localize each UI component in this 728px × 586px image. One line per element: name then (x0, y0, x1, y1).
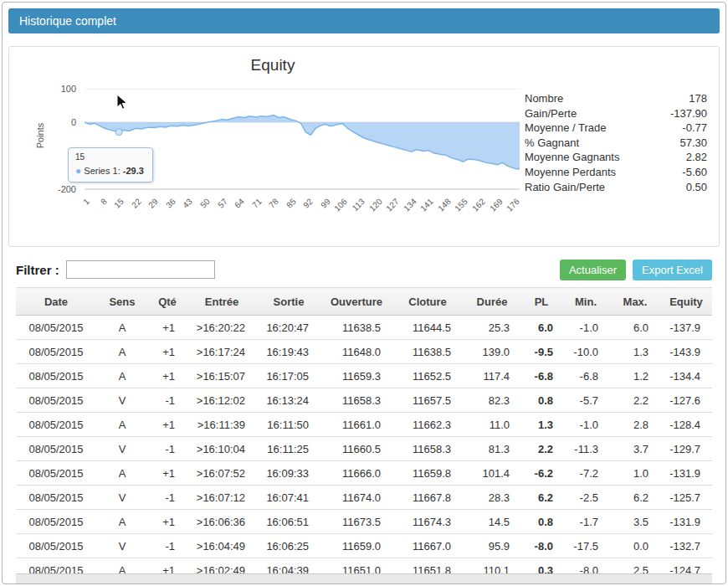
table-cell: 1.0 (610, 461, 660, 486)
x-tick-label: 43 (172, 197, 194, 218)
table-cell: A (96, 510, 148, 534)
stat-row: Nombre178 (525, 91, 707, 106)
column-header[interactable]: Durée (463, 288, 521, 316)
table-cell: -8.0 (521, 534, 561, 558)
table-cell: -7.2 (561, 461, 610, 486)
column-header[interactable]: Min. (561, 288, 610, 316)
column-header[interactable]: PL (521, 288, 561, 316)
stat-label: Moyenne Perdants (525, 165, 616, 180)
x-tick-label: 57 (207, 197, 228, 218)
x-tick-label: 176 (500, 197, 521, 218)
stats-panel: Nombre178Gain/Perte-137.90Moyenne / Trad… (525, 91, 707, 194)
tooltip-series-line: ● Series 1: -29.3 (75, 165, 144, 177)
stat-value: 57.30 (679, 136, 707, 151)
table-cell: >16:20:22 (187, 316, 257, 340)
table-cell: 08/05/2015 (16, 486, 96, 510)
table-cell: 11674.3 (392, 510, 463, 534)
stat-row: Moyenne / Trade-0.77 (525, 121, 707, 136)
x-tick-label: 162 (465, 197, 487, 218)
table-cell: >16:11:39 (187, 413, 257, 437)
table-cell: -6.8 (561, 364, 610, 388)
x-tick-label: 64 (224, 197, 246, 218)
table-cell: A (96, 364, 148, 388)
x-tick-label: 8 (86, 197, 108, 218)
table-cell: 08/05/2015 (16, 461, 96, 486)
table-cell: 6.0 (521, 316, 561, 340)
table-cell: -131.9 (660, 510, 712, 534)
table-cell: 16:06:25 (257, 534, 320, 558)
table-cell: 11666.0 (320, 461, 392, 486)
y-tick-label: 0 (49, 117, 76, 127)
column-header[interactable]: Entrée (187, 288, 257, 316)
table-cell: 11659.0 (320, 534, 392, 558)
column-header[interactable]: Cloture (392, 288, 463, 316)
table-cell: 2.2 (610, 388, 660, 413)
table-cell: 139.0 (463, 340, 521, 364)
table-cell: -9.5 (521, 340, 561, 364)
stat-value: 178 (689, 91, 707, 106)
table-cell: 11661.0 (320, 413, 392, 437)
export-excel-button[interactable]: Export Excel (633, 260, 712, 280)
table-cell: 11674.0 (320, 486, 392, 510)
stat-label: Gain/Perte (525, 106, 577, 121)
y-axis-label: Points (35, 123, 45, 149)
table-cell: 3.7 (610, 437, 660, 461)
table-cell: 16:20:47 (257, 316, 320, 340)
column-header[interactable]: Sens (96, 288, 148, 316)
x-tick-label: 113 (345, 197, 367, 218)
table-cell: -125.7 (660, 486, 712, 510)
table-cell: >16:07:12 (187, 486, 257, 510)
table-cell: 16:17:05 (257, 364, 320, 388)
column-header[interactable]: Ouverture (320, 288, 392, 316)
table-cell: A (96, 340, 148, 364)
table-cell: V (96, 486, 148, 510)
stat-value: -5.60 (682, 165, 707, 180)
table-cell: 95.9 (463, 534, 521, 558)
table-cell: +1 (148, 340, 187, 364)
chart-tooltip: 15 ● Series 1: -29.3 (68, 147, 153, 182)
table-cell: -1.0 (561, 413, 610, 437)
table-cell: -1 (148, 388, 187, 413)
table-cell: 11638.5 (320, 316, 392, 340)
table-cell: 08/05/2015 (16, 510, 96, 534)
table-cell: >16:17:24 (187, 340, 257, 364)
table-cell: 2.2 (521, 437, 561, 461)
table-cell: 08/05/2015 (16, 534, 96, 558)
table-cell: -127.6 (660, 388, 712, 413)
table-cell: 6.2 (521, 486, 561, 510)
table-cell: 1.3 (610, 340, 660, 364)
table-cell: 16:13:24 (257, 388, 320, 413)
column-header[interactable]: Date (16, 288, 96, 316)
window-title: Historique complet (8, 8, 720, 33)
column-header[interactable]: Qté (148, 288, 187, 316)
table-cell: 11658.3 (392, 437, 463, 461)
table-row: 08/05/2015V-1>16:07:1216:07:4111674.0116… (16, 486, 712, 510)
table-cell: -10.0 (561, 340, 610, 364)
x-tick-label: 134 (396, 197, 418, 218)
x-tick-label: 36 (155, 197, 177, 218)
table-cell: 28.3 (463, 486, 521, 510)
column-header[interactable]: Max. (610, 288, 660, 316)
table-cell: -6.8 (521, 364, 561, 388)
refresh-button[interactable]: Actualiser (560, 260, 626, 280)
table-cell: 3.5 (610, 510, 660, 534)
column-header[interactable]: Sortie (257, 288, 320, 316)
table-cell: 16:07:41 (257, 486, 320, 510)
table-cell: 6.2 (610, 486, 660, 510)
stat-row: % Gagnant57.30 (525, 136, 707, 151)
stat-row: Moyenne Perdants-5.60 (525, 165, 707, 180)
equity-chart-panel: Equity Points 1000-200 18152229364350576… (8, 46, 720, 247)
table-cell: 11667.0 (392, 534, 463, 558)
table-cell: 82.3 (463, 388, 521, 413)
x-tick-label: 106 (327, 197, 349, 218)
table-cell: 08/05/2015 (16, 413, 96, 437)
table-cell: -1 (148, 437, 187, 461)
table-cell: 08/05/2015 (16, 437, 96, 461)
column-header[interactable]: Equity (660, 288, 712, 316)
x-tick-label: 22 (120, 197, 142, 218)
table-cell: -129.7 (660, 437, 712, 461)
table-cell: 16:06:51 (257, 510, 320, 534)
table-cell: 08/05/2015 (16, 364, 96, 388)
table-cell: >16:10:04 (187, 437, 257, 461)
filter-input[interactable] (66, 260, 215, 279)
